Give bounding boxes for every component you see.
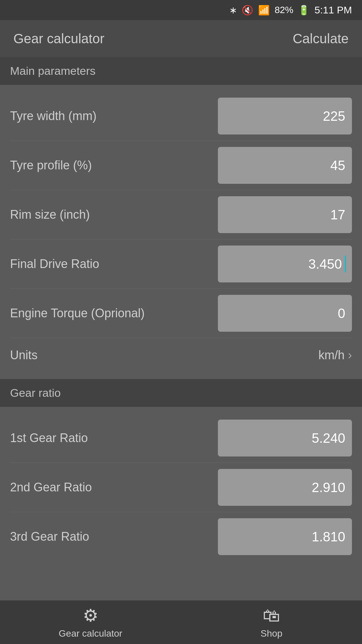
3rd-gear-ratio-input[interactable] — [218, 518, 352, 555]
units-label: Units — [10, 348, 38, 362]
chevron-right-icon: › — [348, 348, 352, 362]
final-drive-ratio-row: Final Drive Ratio — [10, 239, 352, 289]
final-drive-ratio-label: Final Drive Ratio — [10, 257, 218, 271]
units-value-container[interactable]: km/h › — [318, 348, 352, 362]
1st-gear-ratio-input[interactable] — [218, 420, 352, 457]
mute-icon: 🔇 — [242, 5, 253, 16]
rim-size-input[interactable] — [218, 196, 352, 233]
nav-gear-calculator-label: Gear calculator — [59, 628, 122, 639]
wifi-icon: 📶 — [258, 5, 270, 16]
calculate-button[interactable]: Calculate — [293, 31, 349, 46]
1st-gear-ratio-row: 1st Gear Ratio — [10, 414, 352, 463]
tyre-width-label: Tyre width (mm) — [10, 109, 218, 123]
tyre-profile-row: Tyre profile (%) — [10, 141, 352, 190]
shop-icon: 🛍 — [263, 605, 280, 626]
2nd-gear-ratio-input[interactable] — [218, 469, 352, 506]
engine-torque-input[interactable] — [218, 295, 352, 332]
gear-ratio-title: Gear ratio — [10, 386, 61, 399]
tyre-profile-input[interactable] — [218, 147, 352, 184]
main-parameters-header: Main parameters — [0, 57, 362, 85]
units-current-value: km/h — [318, 348, 345, 362]
top-bar: Gear calculator Calculate — [0, 20, 362, 57]
nav-gear-calculator[interactable]: ⚙ Gear calculator — [0, 605, 181, 639]
status-icons: ∗ 🔇 📶 82% 🔋 5:11 PM — [229, 4, 352, 16]
nav-shop[interactable]: 🛍 Shop — [181, 605, 362, 639]
main-parameters-form: Tyre width (mm) Tyre profile (%) Rim siz… — [0, 85, 362, 379]
tyre-profile-label: Tyre profile (%) — [10, 158, 218, 172]
gear-ratio-header: Gear ratio — [0, 379, 362, 407]
gear-icon: ⚙ — [83, 605, 99, 626]
nav-shop-label: Shop — [260, 628, 282, 639]
3rd-gear-ratio-row: 3rd Gear Ratio — [10, 512, 352, 561]
main-parameters-title: Main parameters — [10, 64, 96, 77]
final-drive-ratio-wrapper — [218, 246, 352, 282]
engine-torque-row: Engine Torque (Oprional) — [10, 289, 352, 338]
tyre-width-row: Tyre width (mm) — [10, 92, 352, 141]
bottom-nav: ⚙ Gear calculator 🛍 Shop — [0, 600, 362, 644]
2nd-gear-ratio-label: 2nd Gear Ratio — [10, 480, 218, 494]
engine-torque-label: Engine Torque (Oprional) — [10, 306, 218, 320]
tyre-width-input[interactable] — [218, 98, 352, 135]
1st-gear-ratio-label: 1st Gear Ratio — [10, 431, 218, 445]
clock: 5:11 PM — [314, 4, 352, 16]
rim-size-row: Rim size (inch) — [10, 190, 352, 239]
2nd-gear-ratio-row: 2nd Gear Ratio — [10, 463, 352, 512]
app-title: Gear calculator — [13, 31, 104, 46]
rim-size-label: Rim size (inch) — [10, 208, 218, 222]
text-cursor — [345, 256, 346, 272]
status-bar: ∗ 🔇 📶 82% 🔋 5:11 PM — [0, 0, 362, 20]
units-row[interactable]: Units km/h › — [10, 338, 352, 372]
scroll-content: Main parameters Tyre width (mm) Tyre pro… — [0, 57, 362, 615]
bluetooth-icon: ∗ — [229, 5, 237, 16]
battery-level: 82% — [275, 5, 293, 15]
final-drive-ratio-input[interactable] — [218, 246, 352, 282]
battery-icon: 🔋 — [298, 5, 310, 16]
3rd-gear-ratio-label: 3rd Gear Ratio — [10, 530, 218, 544]
gear-ratio-form: 1st Gear Ratio 2nd Gear Ratio 3rd Gear R… — [0, 407, 362, 568]
